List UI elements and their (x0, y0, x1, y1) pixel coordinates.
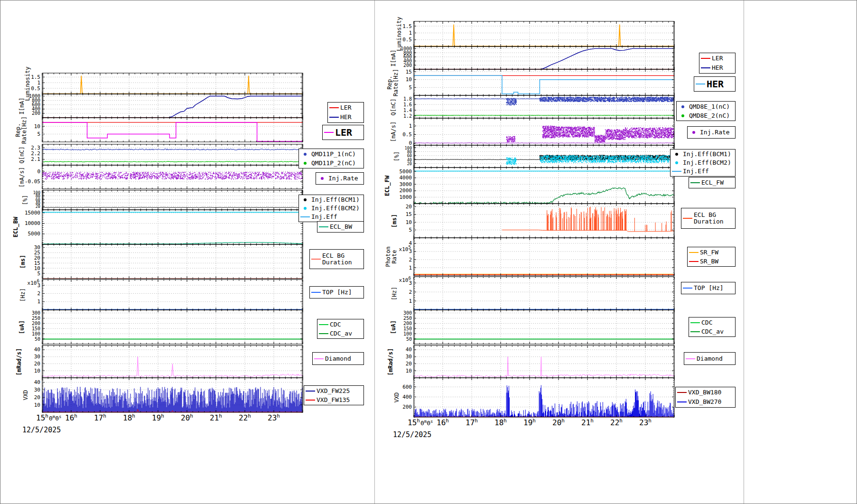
subplot-ua-0: 30025020015010050 (32, 310, 303, 344)
line-marker-icon (313, 358, 325, 359)
legend-entry: Inj.Eff (299, 214, 363, 220)
svg-text:4000: 4000 (400, 175, 412, 181)
subplot-lumi-1: 1.510.5 (402, 21, 674, 47)
ylabel-mrad-0: [mRad/s] (16, 333, 22, 390)
subplot-ms-1: 2015105 (406, 204, 674, 238)
legend-vxd-0: VXD_FW225VXD_FW135 (304, 385, 364, 405)
legend-label: LER (712, 55, 723, 62)
dot-marker-icon (671, 153, 683, 156)
dot-marker-icon (299, 162, 311, 165)
legend-entry: CDC (317, 321, 363, 328)
svg-text:1.6: 1.6 (403, 102, 412, 107)
ylabel-mrad-1: [mRad/s] (388, 333, 394, 390)
svg-text:2.3: 2.3 (31, 145, 40, 151)
svg-text:1.5: 1.5 (402, 23, 412, 29)
legend-entry: SR_BW (688, 258, 735, 265)
legend-cdc-1: CDCCDC_av (689, 317, 736, 337)
svg-text:150: 150 (32, 326, 40, 331)
svg-text:2: 2 (409, 257, 412, 263)
legend-entry: HER (699, 65, 735, 71)
svg-text:20: 20 (406, 204, 412, 210)
legend-label: SR_BW (700, 258, 718, 265)
svg-text:200: 200 (32, 111, 40, 116)
svg-text:200: 200 (402, 404, 412, 410)
legend-label: VXD_FW225 (317, 388, 350, 394)
legend-eclbg-1: ECL BG Duration (681, 208, 736, 229)
x-axis-start-label: 0m0s (49, 414, 62, 422)
x-tick-label: 23h (639, 418, 652, 427)
legend-label: ECL BG Duration (322, 252, 352, 266)
legend-eclbw-0: ECL_BW (317, 221, 364, 233)
subplot-rep-0: 105 (34, 118, 303, 142)
legend-diamond-0: Diamond (312, 352, 364, 365)
svg-text:20: 20 (36, 204, 40, 209)
legend-label: Inj.Eff(BCM1) (311, 196, 360, 203)
legend-label: HER (712, 65, 723, 71)
legend-entry: CDC_av (317, 330, 363, 337)
line-marker-icon (317, 324, 330, 325)
dot-marker-icon (688, 131, 700, 134)
svg-text:0.5: 0.5 (402, 37, 412, 43)
dot-marker-icon (677, 105, 689, 108)
legend-label: SR_FW (700, 249, 718, 256)
subplot-ua-1: 30025020015010050 (403, 310, 674, 344)
legend-entry: Inj.Rate (316, 175, 363, 182)
svg-text:20: 20 (407, 161, 412, 166)
line-marker-icon (688, 261, 700, 262)
svg-text:50: 50 (406, 336, 412, 342)
legend-label: VXD_FW135 (317, 397, 350, 403)
line-marker-icon (689, 322, 701, 323)
legend-top-1: TOP [Hz] (681, 282, 736, 294)
line-marker-icon (689, 182, 701, 183)
svg-text:600: 600 (402, 384, 412, 390)
line-marker-icon (681, 288, 694, 289)
x-tick-label: 22h (610, 418, 623, 427)
legend-entry: QMD8E_2(nC) (677, 112, 735, 119)
legend-label: LER (340, 104, 351, 111)
x-tick-label: 15h (36, 413, 48, 422)
subplot-vxd-1: 600400200 (402, 378, 674, 417)
legend-label: CDC (701, 319, 712, 326)
legend-entry: TOP [Hz] (310, 289, 363, 296)
legend-entry: ECL BG Duration (681, 212, 735, 225)
legend-label: QMD11P_1(nC) (311, 151, 356, 158)
svg-text:200: 200 (403, 321, 412, 326)
x-tick-label: 15h (408, 418, 420, 427)
subplot-mas-0: 0-0.05 (25, 165, 303, 189)
subplot-ima-0: 1000800600400200 (29, 93, 303, 118)
svg-text:10: 10 (34, 402, 40, 408)
x-tick-label: 21h (581, 418, 594, 427)
legend-label: VXD_BW180 (688, 389, 721, 396)
legend-entry: Inj.Eff(BCM2) (299, 205, 363, 212)
svg-text:10: 10 (406, 219, 412, 225)
subplot-mas-1: 10.50 (402, 118, 675, 146)
legend-ring-0: LER (322, 125, 364, 140)
legend-label: HER (707, 81, 724, 87)
line-marker-icon (676, 401, 688, 402)
legend-vxd-1: VXD_BW180VXD_BW270 (675, 387, 736, 408)
legend-label: ECL_FW (701, 179, 724, 186)
legend-entry: Inj.Eff(BCM1) (671, 151, 735, 158)
legend-entry: Diamond (684, 355, 735, 362)
scale-label-top-0: x106 (12, 278, 39, 286)
legend-entry: LER (699, 55, 735, 62)
svg-text:1.4: 1.4 (403, 108, 412, 113)
legend-label: CDC (330, 321, 341, 328)
svg-text:5000: 5000 (28, 231, 41, 237)
svg-text:30: 30 (34, 354, 40, 360)
svg-text:1000: 1000 (400, 194, 412, 200)
legend-sr-1: SR_FWSR_BW (687, 247, 736, 267)
line-marker-icon (676, 392, 688, 393)
svg-text:1: 1 (409, 265, 412, 271)
svg-text:100: 100 (403, 331, 412, 336)
svg-text:250: 250 (32, 316, 40, 321)
x-tick-label: 19h (152, 413, 164, 422)
svg-text:0.5: 0.5 (402, 131, 412, 138)
svg-text:400: 400 (402, 394, 412, 400)
subplot-ima-1: 1000800600400200 (401, 46, 674, 69)
x-tick-label: 20h (181, 413, 193, 422)
legend-entry: Diamond (313, 355, 363, 362)
subplot-lumi-0: 1.510.5 (31, 73, 303, 94)
ylabel-vxd-0: VXD (23, 367, 29, 424)
subplot-ms-0: 30252015105 (34, 244, 303, 279)
